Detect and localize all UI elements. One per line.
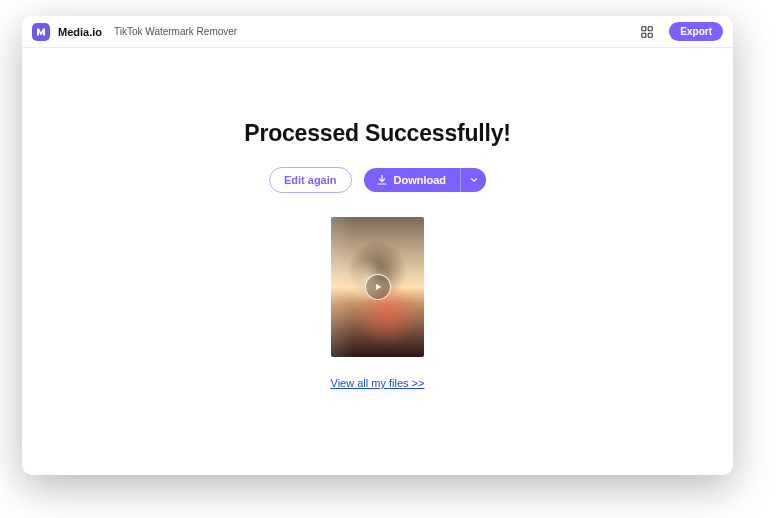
action-buttons: Edit again Download: [269, 167, 486, 193]
header: Media.io TikTok Watermark Remover Export: [22, 16, 733, 48]
tool-name: TikTok Watermark Remover: [114, 26, 237, 37]
svg-rect-0: [642, 26, 646, 30]
download-button-group: Download: [364, 168, 487, 192]
download-icon: [376, 174, 388, 186]
main-content: Processed Successfully! Edit again Downl…: [22, 48, 733, 475]
chevron-down-icon: [469, 175, 479, 185]
app-window: Media.io TikTok Watermark Remover Export…: [22, 16, 733, 475]
play-button[interactable]: [365, 274, 391, 300]
apps-menu-button[interactable]: [639, 24, 655, 40]
video-thumbnail[interactable]: [331, 217, 424, 357]
svg-rect-1: [648, 26, 652, 30]
media-logo-icon: [35, 26, 47, 38]
svg-rect-2: [642, 33, 646, 37]
download-button[interactable]: Download: [364, 168, 461, 192]
play-icon: [373, 282, 383, 292]
download-label: Download: [394, 174, 447, 186]
page-title: Processed Successfully!: [244, 120, 510, 147]
brand-name: Media.io: [58, 26, 102, 38]
view-all-files-link[interactable]: View all my files >>: [331, 377, 425, 389]
apps-grid-icon: [640, 25, 654, 39]
export-button[interactable]: Export: [669, 22, 723, 41]
edit-again-button[interactable]: Edit again: [269, 167, 352, 193]
svg-rect-3: [648, 33, 652, 37]
brand-logo: [32, 23, 50, 41]
download-options-button[interactable]: [460, 168, 486, 192]
